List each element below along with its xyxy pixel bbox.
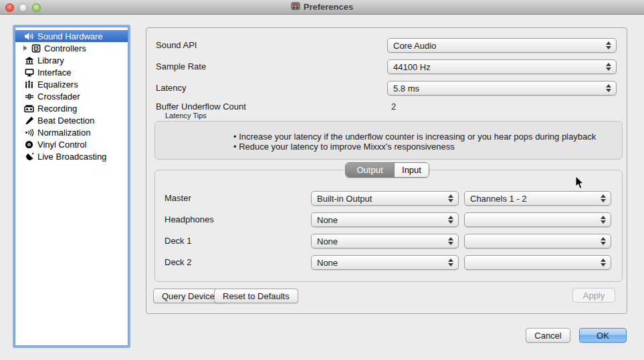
sidebar-item-live-broadcasting[interactable]: Live Broadcasting bbox=[15, 150, 128, 162]
sound-api-label: Sound API bbox=[156, 40, 197, 50]
sidebar-item-label: Sound Hardware bbox=[37, 31, 103, 41]
headphones-label: Headphones bbox=[165, 214, 214, 224]
sound-api-dropdown[interactable]: Core Audio bbox=[387, 38, 617, 53]
tab-output-label: Output bbox=[356, 165, 383, 175]
latency-tip: Increase your latency if the underflow c… bbox=[233, 132, 596, 142]
master-channel-dropdown[interactable]: Channels 1 - 2 bbox=[464, 191, 611, 206]
stepper-arrows-icon bbox=[603, 63, 616, 71]
deck1-channel-dropdown[interactable] bbox=[464, 234, 611, 248]
latency-label: Latency bbox=[156, 83, 187, 93]
sidebar-item-beat-detection[interactable]: Beat Detection bbox=[15, 114, 128, 126]
latency-tip: Reduce your latency to improve Mixxx's r… bbox=[233, 142, 455, 152]
master-device-value: Built-in Output bbox=[317, 194, 445, 204]
sidebar-item-interface[interactable]: Interface bbox=[15, 66, 128, 78]
stepper-arrows-icon bbox=[597, 194, 611, 202]
vinyl-icon bbox=[23, 140, 35, 149]
ok-label: OK bbox=[597, 331, 609, 341]
stepper-arrows-icon bbox=[445, 216, 458, 224]
crossfader-icon bbox=[23, 92, 35, 101]
sidebar-item-label: Equalizers bbox=[37, 79, 78, 89]
sample-rate-label: Sample Rate bbox=[156, 61, 206, 71]
title-bar: Preferences bbox=[0, 0, 644, 15]
master-label: Master bbox=[165, 193, 191, 203]
stepper-arrows-icon bbox=[597, 237, 611, 245]
deck2-device-dropdown[interactable]: None bbox=[311, 255, 459, 270]
stepper-arrows-icon bbox=[445, 194, 458, 202]
sidebar-item-label: Interface bbox=[37, 67, 72, 77]
sidebar-item-label: Normalization bbox=[37, 128, 90, 138]
sidebar-item-equalizers[interactable]: Equalizers bbox=[15, 78, 128, 90]
io-tab-bar: Output Input bbox=[345, 162, 429, 178]
close-button[interactable] bbox=[5, 3, 14, 12]
tab-input-label: Input bbox=[402, 165, 421, 175]
latency-tips-box: Increase your latency if the underflow c… bbox=[154, 121, 623, 160]
stepper-arrows-icon bbox=[603, 41, 616, 49]
master-device-dropdown[interactable]: Built-in Output bbox=[311, 191, 459, 206]
zoom-button[interactable] bbox=[32, 3, 41, 12]
latency-dropdown[interactable]: 5.8 ms bbox=[387, 81, 617, 96]
deck2-label: Deck 2 bbox=[165, 257, 191, 267]
tab-output[interactable]: Output bbox=[346, 163, 395, 177]
sample-rate-dropdown[interactable]: 44100 Hz bbox=[387, 59, 617, 74]
sidebar-item-normalization[interactable]: Normalization bbox=[15, 126, 128, 138]
ok-button[interactable]: OK bbox=[579, 328, 627, 343]
library-icon bbox=[23, 55, 35, 65]
headphones-device-dropdown[interactable]: None bbox=[311, 212, 459, 227]
apply-label: Apply bbox=[583, 291, 605, 301]
deck1-label: Deck 1 bbox=[165, 236, 191, 246]
speaker-icon bbox=[23, 31, 35, 41]
sound-api-value: Core Audio bbox=[393, 41, 603, 51]
sidebar-item-vinyl-control[interactable]: Vinyl Control bbox=[15, 138, 128, 150]
sidebar-item-controllers[interactable]: Controllers bbox=[15, 42, 128, 54]
buffer-underflow-value: 2 bbox=[391, 102, 396, 112]
recording-icon bbox=[23, 104, 35, 113]
beat-detection-icon bbox=[23, 116, 35, 125]
stepper-arrows-icon bbox=[597, 216, 611, 224]
preferences-sidebar: Sound Hardware Controllers bbox=[15, 27, 128, 346]
tab-input[interactable]: Input bbox=[395, 163, 429, 177]
latency-value: 5.8 ms bbox=[393, 83, 603, 94]
minimize-button[interactable] bbox=[19, 3, 27, 12]
preferences-icon bbox=[291, 1, 300, 13]
broadcast-icon bbox=[23, 152, 35, 161]
deck1-device-value: None bbox=[317, 236, 445, 246]
equalizer-icon bbox=[23, 79, 35, 89]
stepper-arrows-icon bbox=[603, 84, 616, 92]
sidebar-item-label: Live Broadcasting bbox=[37, 152, 106, 162]
sidebar-item-label: Recording bbox=[37, 104, 77, 114]
monitor-icon bbox=[23, 67, 35, 77]
sidebar-item-label: Crossfader bbox=[37, 92, 80, 102]
controller-icon bbox=[30, 43, 41, 53]
sample-rate-value: 44100 Hz bbox=[393, 62, 603, 72]
disclosure-triangle-icon[interactable] bbox=[22, 45, 29, 51]
sidebar-item-crossfader[interactable]: Crossfader bbox=[15, 90, 128, 102]
headphones-device-value: None bbox=[317, 215, 445, 225]
sidebar-item-label: Library bbox=[37, 55, 64, 65]
cancel-button[interactable]: Cancel bbox=[526, 328, 570, 343]
output-tab-panel: Master Built-in Output Channels 1 - 2 He… bbox=[154, 170, 623, 282]
sidebar-item-label: Controllers bbox=[44, 43, 86, 53]
deck2-device-value: None bbox=[317, 258, 445, 268]
mouse-cursor bbox=[575, 176, 584, 192]
sound-hardware-panel: Sound API Core Audio Sample Rate 44100 H… bbox=[146, 27, 627, 314]
sidebar-item-label: Vinyl Control bbox=[37, 140, 86, 150]
preferences-window: Preferences Sound Hardware bbox=[0, 0, 644, 360]
headphones-channel-dropdown[interactable] bbox=[464, 212, 611, 227]
deck1-device-dropdown[interactable]: None bbox=[311, 234, 459, 248]
deck2-channel-dropdown[interactable] bbox=[464, 255, 611, 270]
buffer-underflow-label: Buffer Underflow Count bbox=[156, 102, 246, 112]
reset-to-defaults-label: Reset to Defaults bbox=[223, 291, 290, 301]
window-title: Preferences bbox=[304, 2, 353, 12]
sidebar-item-label: Beat Detection bbox=[37, 116, 94, 126]
stepper-arrows-icon bbox=[445, 237, 458, 245]
master-channel-value: Channels 1 - 2 bbox=[470, 194, 597, 204]
sidebar-item-sound-hardware[interactable]: Sound Hardware bbox=[15, 30, 128, 42]
reset-to-defaults-button[interactable]: Reset to Defaults bbox=[214, 289, 298, 303]
cancel-label: Cancel bbox=[534, 331, 561, 341]
stepper-arrows-icon bbox=[445, 258, 458, 266]
normalization-icon bbox=[23, 128, 35, 137]
sidebar-item-library[interactable]: Library bbox=[15, 54, 128, 66]
apply-button[interactable]: Apply bbox=[572, 288, 615, 303]
sidebar-item-recording[interactable]: Recording bbox=[15, 102, 128, 114]
stepper-arrows-icon bbox=[597, 258, 611, 266]
